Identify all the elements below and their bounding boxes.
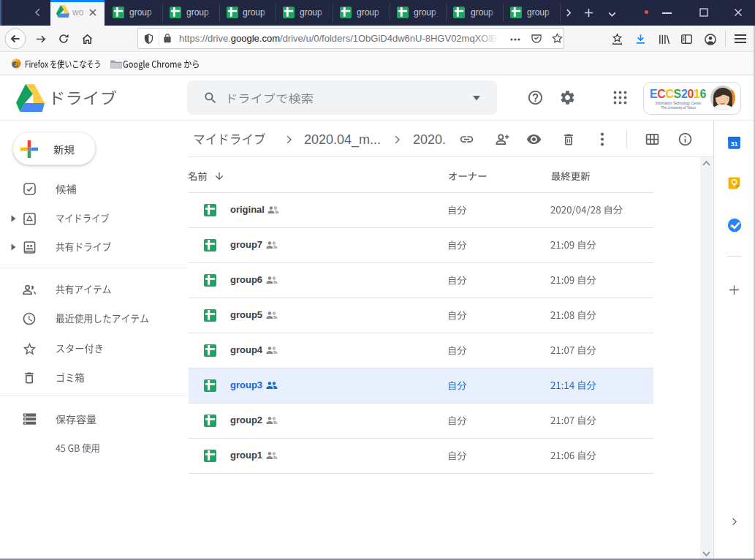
- svg-text:31: 31: [731, 140, 738, 148]
